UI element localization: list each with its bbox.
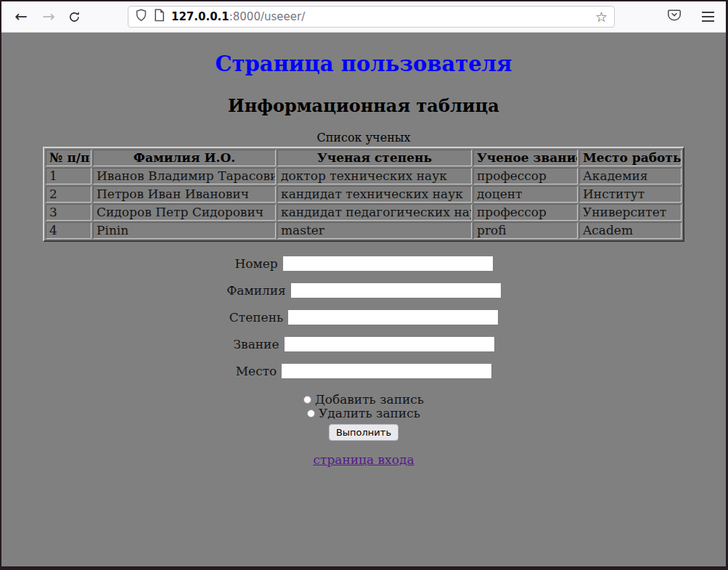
reload-icon[interactable] bbox=[68, 11, 84, 23]
table-cell: Петров Иван Иванович bbox=[93, 186, 276, 203]
address-bar[interactable]: 127.0.0.1:8000/useeer/ ☆ bbox=[128, 6, 615, 28]
bookmark-star-icon[interactable]: ☆ bbox=[595, 10, 608, 24]
surname-field[interactable] bbox=[291, 283, 501, 298]
shield-icon[interactable] bbox=[135, 9, 147, 25]
url-path: :8000/useeer/ bbox=[229, 10, 306, 23]
add-record-label: Добавить запись bbox=[315, 393, 424, 407]
table-cell: master bbox=[277, 222, 472, 239]
number-field[interactable] bbox=[283, 256, 493, 271]
table-cell: профессор bbox=[473, 204, 578, 221]
table-cell: кандидат педагогических наук bbox=[277, 204, 472, 221]
table-cell: доцент bbox=[473, 186, 578, 203]
delete-record-radio[interactable] bbox=[307, 410, 315, 418]
browser-toolbar: ← → 127.0.0.1:8000/useeer/ bbox=[1, 1, 726, 33]
column-header: Ученое звание bbox=[473, 150, 578, 166]
add-record-radio[interactable] bbox=[303, 396, 311, 404]
delete-record-label: Удалить запись bbox=[319, 407, 420, 420]
column-header: Фамилия И.О. bbox=[93, 150, 276, 166]
table-header-row: № п/п Фамилия И.О. Ученая степень Ученое… bbox=[46, 150, 682, 166]
column-header: Ученая степень bbox=[277, 150, 472, 166]
login-page-link[interactable]: страница входа bbox=[313, 452, 414, 467]
table-cell: Pinin bbox=[93, 222, 276, 239]
table-cell: профессор bbox=[473, 168, 578, 184]
table-cell: 3 bbox=[46, 204, 91, 221]
table-cell: 4 bbox=[46, 222, 91, 239]
browser-window: ← → 127.0.0.1:8000/useeer/ bbox=[1, 1, 726, 566]
table-cell: Сидоров Петр Сидорович bbox=[93, 204, 276, 221]
field-label-place: Место bbox=[236, 364, 277, 378]
table-row: 2 Петров Иван Иванович кандидат техничес… bbox=[46, 186, 682, 203]
page-info-icon[interactable] bbox=[154, 9, 165, 25]
table-caption: Список ученых bbox=[1, 131, 726, 144]
column-header: № п/п bbox=[46, 150, 91, 166]
url-text[interactable]: 127.0.0.1:8000/useeer/ bbox=[171, 10, 589, 23]
table-cell: Академия bbox=[579, 168, 682, 184]
table-row: 1 Иванов Владимир Тарасович доктор техни… bbox=[46, 168, 682, 184]
field-label-number: Номер bbox=[234, 256, 277, 271]
forward-icon: → bbox=[41, 9, 57, 25]
field-label-rank: Звание bbox=[233, 337, 279, 351]
back-icon[interactable]: ← bbox=[13, 9, 29, 25]
table-cell: Университет bbox=[579, 204, 682, 221]
page-subtitle: Информационная таблица bbox=[1, 95, 726, 116]
field-label-surname: Фамилия bbox=[226, 283, 286, 298]
table-row: 3 Сидоров Петр Сидорович кандидат педаго… bbox=[46, 204, 682, 221]
rank-field[interactable] bbox=[285, 337, 494, 351]
table-cell: Academ bbox=[579, 222, 682, 239]
pocket-icon[interactable] bbox=[667, 9, 682, 25]
table-cell: 2 bbox=[46, 186, 91, 203]
web-page: Страница пользователя Информационная таб… bbox=[1, 33, 726, 566]
place-field[interactable] bbox=[282, 364, 491, 378]
column-header: Место работы bbox=[579, 150, 682, 166]
table-cell: кандидат технических наук bbox=[277, 186, 472, 203]
table-cell: profi bbox=[473, 222, 578, 239]
url-host: 127.0.0.1 bbox=[171, 10, 229, 23]
menu-icon[interactable] bbox=[702, 12, 714, 22]
degree-field[interactable] bbox=[288, 310, 498, 325]
table-cell: 1 bbox=[46, 168, 91, 184]
table-row: 4 Pinin master profi Academ bbox=[46, 222, 682, 239]
table-cell: доктор технических наук bbox=[277, 168, 472, 184]
table-cell: Институт bbox=[579, 186, 682, 203]
table-cell: Иванов Владимир Тарасович bbox=[93, 168, 276, 184]
execute-button[interactable]: Выполнить bbox=[329, 424, 398, 441]
field-label-degree: Степень bbox=[229, 310, 283, 325]
scientists-table: № п/п Фамилия И.О. Ученая степень Ученое… bbox=[43, 147, 684, 242]
page-title: Страница пользователя bbox=[1, 52, 726, 76]
